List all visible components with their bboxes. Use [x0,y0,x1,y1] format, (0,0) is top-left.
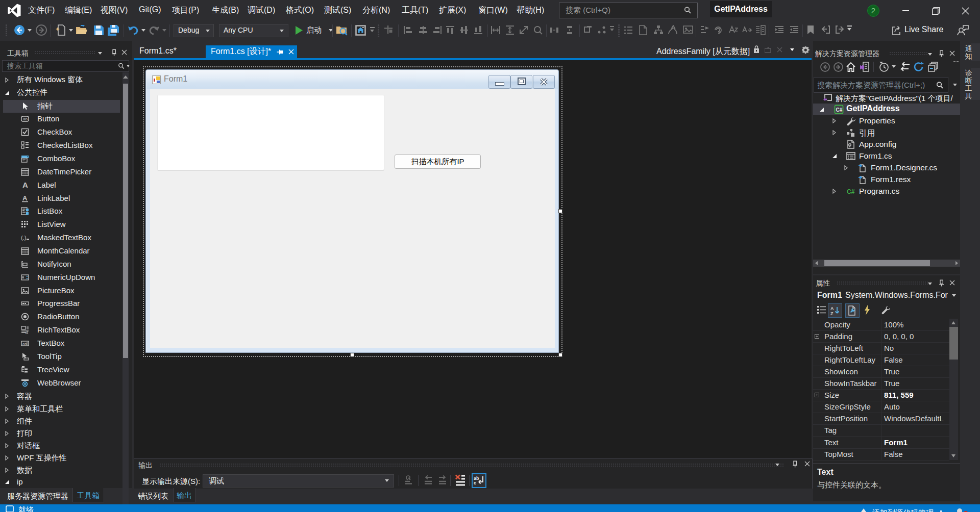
svg-text:A: A [22,194,28,202]
svg-text:A: A [25,330,28,334]
svg-text:(.): (.) [21,235,26,241]
svg-text:C#: C# [836,107,843,113]
svg-text:c: c [474,480,476,485]
svg-text:ab: ab [23,117,28,121]
svg-text:ab: ab [22,341,27,346]
svg-text:A: A [830,306,834,311]
svg-text:C#: C# [847,188,855,195]
svg-text:A: A [22,181,28,189]
svg-text:Z: Z [830,311,834,316]
